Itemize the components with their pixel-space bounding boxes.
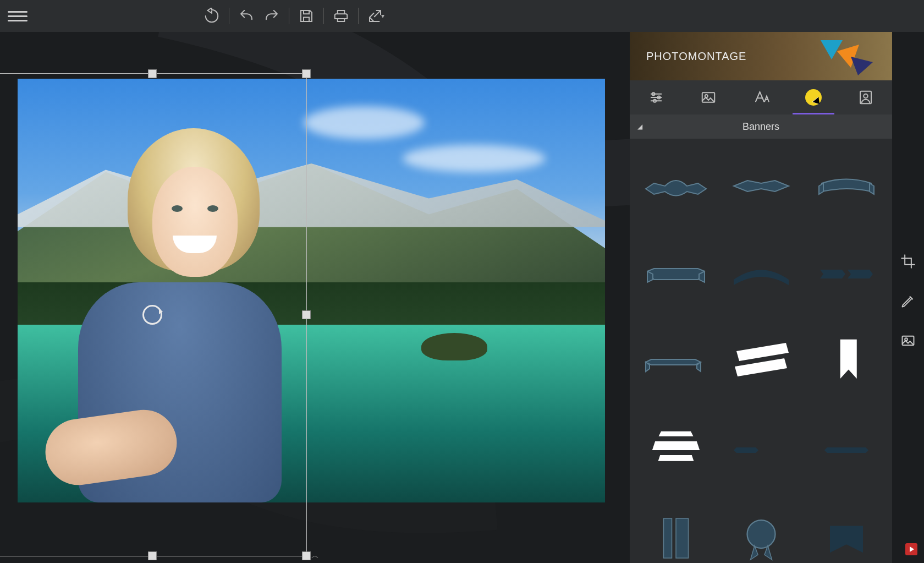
side-panel: PHOTOMONTAGE [630,32,892,563]
shape-banner-stacked-bars[interactable] [639,412,713,489]
svg-point-10 [864,94,868,99]
tab-image[interactable] [682,80,734,114]
undo-all-button[interactable] [200,4,223,28]
panel-hero: PHOTOMONTAGE [630,32,892,80]
shape-banner-ribbon-flat[interactable] [639,236,713,313]
separator [229,8,229,24]
section-label: Banners [743,121,779,133]
canvas-area[interactable]: ︿ [0,32,630,563]
shape-banner-stripes-diag[interactable] [724,324,798,401]
shape-banner-chevron[interactable] [809,500,883,563]
tool-rail [892,32,924,563]
svg-rect-12 [676,518,689,558]
panel-tabs [630,80,892,114]
resize-handle-top[interactable] [148,69,157,78]
shape-banner-arc[interactable] [724,236,798,313]
shape-banner-angled-pair[interactable] [809,236,883,313]
chevron-up-icon: ︿ [311,551,319,561]
shape-banner-diamond[interactable] [724,147,798,225]
image-tool-button[interactable] [899,331,917,350]
tab-portrait[interactable] [840,80,892,114]
resize-handle-tr[interactable] [302,69,311,78]
separator [323,8,324,24]
separator [358,8,359,24]
redo-button[interactable] [260,4,283,28]
share-button[interactable]: ▾ [364,4,387,28]
shape-banner-ribbon-wave[interactable] [639,147,713,225]
resize-handle-right[interactable] [302,310,311,319]
print-button[interactable] [329,4,353,28]
rotate-handle[interactable] [142,305,162,325]
tab-text[interactable] [735,80,787,114]
top-toolbar: ▾ [0,0,924,32]
separator [289,8,289,24]
svg-marker-0 [821,40,843,59]
chevron-down-icon: ▾ [381,12,384,20]
svg-marker-2 [851,57,873,75]
menu-button[interactable] [4,6,31,26]
svg-rect-11 [663,518,672,558]
panel-section-header[interactable]: ◢ Banners [630,114,892,139]
undo-button[interactable] [235,4,258,28]
tab-shapes[interactable] [787,80,839,114]
shape-banner-ribbon-tiny2[interactable] [809,412,883,489]
selection-bounds[interactable] [0,73,307,556]
shape-banner-ribbon-tiny[interactable] [724,412,798,489]
shape-banner-ribbon-small[interactable] [639,324,713,401]
svg-point-13 [747,520,775,548]
save-button[interactable] [295,4,318,28]
hero-decor [799,35,876,78]
crop-tool-button[interactable] [899,252,917,271]
shape-banner-scroll[interactable] [809,147,883,225]
shapes-grid [630,139,892,563]
collapse-icon: ◢ [637,123,642,130]
bottom-panel-toggle[interactable]: ︿ [0,549,630,563]
shape-banner-bookmark[interactable] [809,324,883,401]
play-button[interactable] [905,543,917,555]
shape-badge-medal[interactable] [724,500,798,563]
draw-tool-button[interactable] [899,292,917,310]
shape-banner-pillbox[interactable] [639,500,713,563]
panel-title: PHOTOMONTAGE [646,50,746,63]
tab-adjust[interactable] [630,80,682,114]
